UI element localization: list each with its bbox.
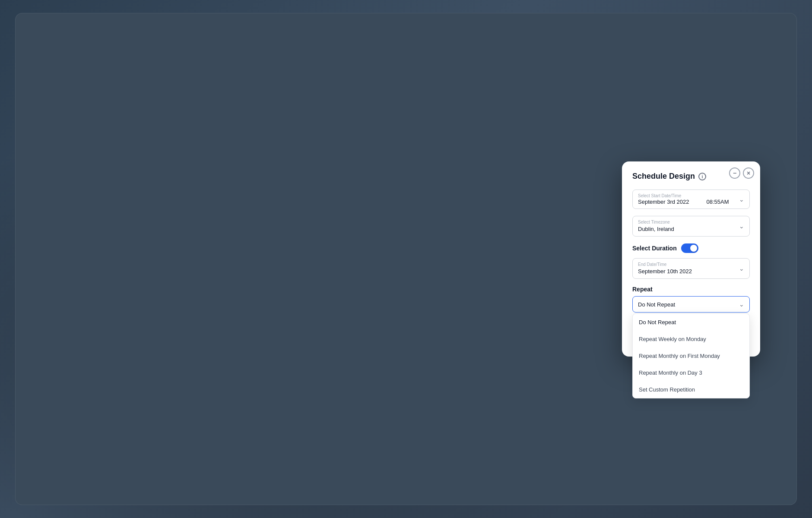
start-datetime-chevron-icon: ⌄ <box>739 196 744 203</box>
start-date-value: September 3rd 2022 <box>638 199 689 205</box>
start-time-value: 08:55AM <box>707 199 729 205</box>
timezone-field-group: Select Timezone Dublin, Ireland ⌄ <box>632 216 750 237</box>
start-datetime-field-group: Select Start Date/Time September 3rd 202… <box>632 190 750 209</box>
timezone-dropdown[interactable]: Select Timezone Dublin, Ireland ⌄ <box>632 216 750 237</box>
duration-label: Select Duration <box>632 245 677 252</box>
start-datetime-label: Select Start Date/Time <box>638 193 739 198</box>
repeat-dropdown[interactable]: Do Not Repeat ⌄ <box>632 296 750 313</box>
modal-controls: − × <box>729 167 754 179</box>
end-date-label: End Date/Time <box>638 262 739 267</box>
minimize-button[interactable]: − <box>729 167 740 179</box>
start-datetime-dropdown[interactable]: Select Start Date/Time September 3rd 202… <box>632 190 750 209</box>
end-date-chevron-icon: ⌄ <box>739 265 744 272</box>
modal-title-text: Schedule Design <box>632 172 695 181</box>
toggle-knob <box>690 245 697 252</box>
end-date-dropdown[interactable]: End Date/Time September 10th 2022 ⌄ <box>632 258 750 279</box>
timezone-chevron-icon: ⌄ <box>739 223 744 230</box>
schedule-design-modal: − × Schedule Design i Select Start Date/… <box>622 161 760 357</box>
duration-toggle-row: Select Duration <box>632 243 750 253</box>
repeat-dropdown-wrapper: Do Not Repeat ⌄ Do Not Repeat Repeat Wee… <box>632 296 750 313</box>
end-date-field-group: End Date/Time September 10th 2022 ⌄ <box>632 258 750 279</box>
end-date-value: September 10th 2022 <box>638 268 692 275</box>
desktop-background: − × Schedule Design i Select Start Date/… <box>0 0 812 518</box>
repeat-option-0[interactable]: Do Not Repeat <box>633 314 749 331</box>
repeat-chevron-icon: ⌄ <box>739 301 744 308</box>
repeat-option-2[interactable]: Repeat Monthly on First Monday <box>633 347 749 364</box>
repeat-selected-value: Do Not Repeat <box>638 301 675 308</box>
repeat-section-label: Repeat <box>632 286 750 293</box>
info-icon[interactable]: i <box>698 173 706 180</box>
modal-overlay: − × Schedule Design i Select Start Date/… <box>0 0 812 518</box>
close-button[interactable]: × <box>743 167 754 179</box>
repeat-option-3[interactable]: Repeat Monthly on Day 3 <box>633 364 749 381</box>
end-date-content: End Date/Time September 10th 2022 <box>638 262 739 275</box>
duration-toggle[interactable] <box>681 243 698 253</box>
timezone-content: Select Timezone Dublin, Ireland <box>638 220 739 233</box>
timezone-label: Select Timezone <box>638 220 739 224</box>
timezone-value: Dublin, Ireland <box>638 226 674 232</box>
repeat-options-list: Do Not Repeat Repeat Weekly on Monday Re… <box>632 313 750 398</box>
repeat-option-4[interactable]: Set Custom Repetition <box>633 381 749 398</box>
start-datetime-content: Select Start Date/Time September 3rd 202… <box>638 193 739 205</box>
repeat-option-1[interactable]: Repeat Weekly on Monday <box>633 331 749 347</box>
